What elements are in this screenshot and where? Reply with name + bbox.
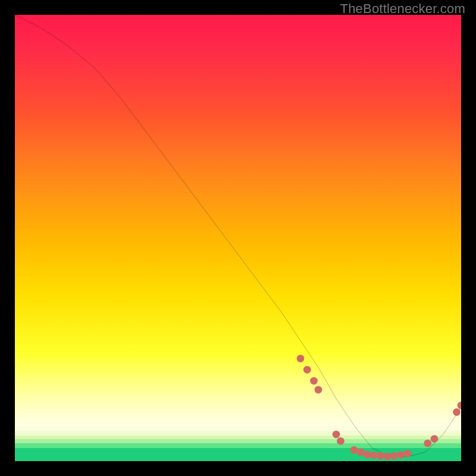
- curve-marker: [384, 452, 392, 460]
- bottleneck-curve: [15, 15, 461, 457]
- curve-marker: [297, 355, 305, 362]
- curve-marker: [431, 435, 439, 443]
- curve-marker: [377, 452, 385, 460]
- curve-marker: [357, 449, 365, 456]
- plot-area: [15, 15, 461, 461]
- curve-marker: [310, 377, 318, 385]
- curve-marker: [397, 451, 405, 459]
- curve-marker: [370, 452, 378, 459]
- curve-marker: [333, 431, 340, 439]
- curve-marker: [458, 402, 461, 409]
- curve-marker: [315, 386, 322, 394]
- curve-markers: [297, 355, 461, 460]
- curve-marker: [453, 408, 461, 416]
- curve-layer: [15, 15, 461, 461]
- watermark-text: TheBottlenecker.com: [340, 1, 465, 17]
- curve-marker: [404, 450, 412, 458]
- curve-marker: [350, 446, 358, 454]
- curve-marker: [424, 440, 431, 447]
- curve-marker: [364, 450, 371, 458]
- chart-frame: TheBottlenecker.com: [0, 0, 476, 476]
- curve-marker: [337, 437, 345, 445]
- curve-marker: [390, 452, 398, 460]
- curve-marker: [303, 366, 311, 374]
